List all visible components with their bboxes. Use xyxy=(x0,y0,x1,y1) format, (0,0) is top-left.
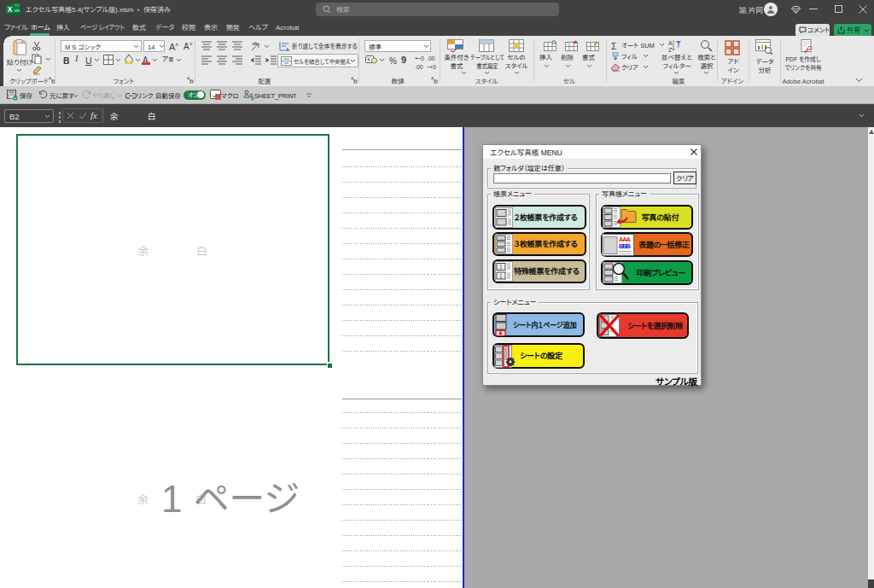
svg-text:1: 1 xyxy=(499,271,503,280)
svg-text:BBB: BBB xyxy=(619,241,632,250)
svg-text:X: X xyxy=(8,5,13,14)
svg-text:ab: ab xyxy=(252,40,258,47)
svg-text:¥: ¥ xyxy=(367,56,370,62)
svg-text:A: A xyxy=(668,40,673,46)
svg-text:1: 1 xyxy=(499,262,503,271)
